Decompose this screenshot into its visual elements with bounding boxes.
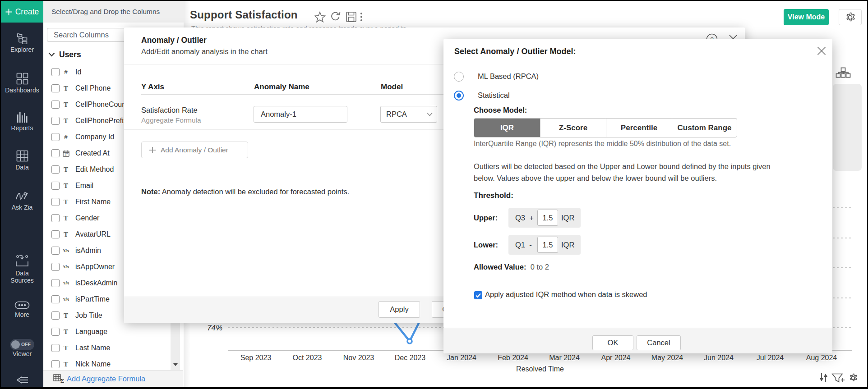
svg-text:Σ: Σ <box>60 377 64 383</box>
svg-text:17: 17 <box>64 153 68 156</box>
